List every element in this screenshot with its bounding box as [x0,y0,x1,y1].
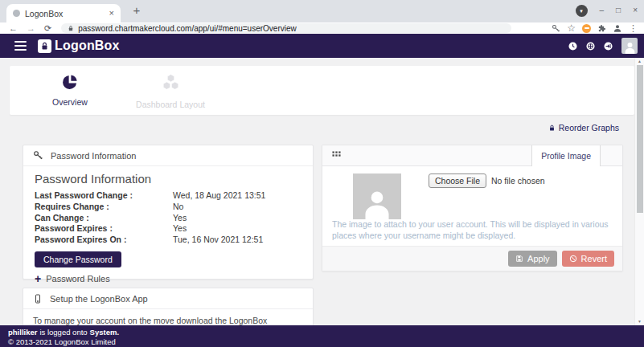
cubes-icon [161,73,181,93]
reorder-graphs-link[interactable]: Reorder Graphs [548,123,619,133]
tab-profile-image[interactable]: Profile Image [531,145,601,166]
extensions-puzzle-icon[interactable] [597,24,606,33]
https-lock-icon [68,25,74,32]
password-key-icon[interactable] [552,24,560,33]
password-rules-toggle[interactable]: + Password Rules [35,273,301,284]
tab-title: LogonBox [25,9,105,18]
panel-header: Setup the LogonBox App [23,288,313,309]
page-scrollbar[interactable]: ▲ ▼ [634,58,644,325]
info-row: Requires Change : No [35,202,301,213]
lock-icon [40,42,49,51]
info-row: Password Expires On : Tue, 16 Nov 2021 1… [35,235,301,246]
lock-icon [548,125,556,132]
logonbox-logo[interactable] [38,39,51,53]
tab-profile-image-label: Profile Image [541,151,591,161]
scroll-up-icon[interactable]: ▲ [635,59,644,63]
person-icon [623,40,637,54]
user-avatar[interactable] [621,38,638,54]
choose-file-button[interactable]: Choose File [429,174,486,188]
refresh-icon[interactable]: ⟳ [44,24,51,33]
info-row: Password Expires : Yes [35,223,301,235]
apply-label: Apply [527,254,550,263]
field-value: No [173,202,183,213]
field-label: Requires Change : [35,202,173,213]
panel-header: Profile Image [322,145,622,166]
forward-icon[interactable]: → [27,24,35,33]
password-rules-label: Password Rules [46,274,109,284]
key-icon [33,150,43,161]
copyright-text: © 2013-2021 LogonBox Limited [8,337,636,347]
footer-middle-text: is logged onto [39,328,87,337]
revert-button[interactable]: Revert [562,251,614,267]
url-text: password.chartmakercloud.com/app/ui/#men… [78,24,297,33]
favicon [13,10,20,17]
panel-footer: Apply Revert [322,246,622,271]
footer-system: System. [90,328,119,337]
dashboard-tab-card: Overview Dashboard Layout [10,66,634,115]
revert-label: Revert [581,254,607,263]
close-button[interactable]: × [633,6,638,14]
field-label: Last Password Change : [35,190,173,202]
profile-image-description: The image to attach to your user account… [332,219,612,241]
grid-drag-icon[interactable] [332,151,341,160]
field-value: Tue, 16 Nov 2021 12:51 [173,235,263,246]
field-value: Wed, 18 Aug 2021 13:51 [173,190,265,202]
tab-overview-label: Overview [38,97,102,107]
tab-overview[interactable]: Overview [38,73,102,107]
password-information-panel: Password Information Password Informatio… [23,145,314,280]
bookmark-star-icon[interactable]: ☆ [567,23,576,33]
profile-image-panel: Profile Image Choose File No file chosen… [322,145,623,271]
browser-tab-strip: LogonBox × + ▾ – □ × [0,0,644,22]
extension-badge-icon[interactable] [582,24,591,33]
field-label: Password Expires : [35,223,173,235]
field-label: Can Change : [35,213,173,224]
panel-header-label: Password Information [51,151,136,161]
field-value: Yes [173,223,187,235]
app-header: LogonBox [0,34,644,58]
change-password-button[interactable]: Change Password [35,251,121,267]
brand-name[interactable]: LogonBox [55,39,120,53]
profile-image-placeholder [353,174,401,219]
back-icon[interactable]: ← [9,24,18,33]
panel-header: Password Information [23,145,313,166]
browser-menu-icon[interactable]: ⋮ [629,24,638,33]
footer-username: philliker [8,328,37,337]
scroll-down-icon[interactable]: ▼ [635,320,644,324]
logged-on-text: phillikeris logged ontoSystem. [8,328,636,337]
apply-button[interactable]: Apply [508,251,557,267]
ban-icon [569,255,577,263]
mobile-phone-icon [33,294,43,304]
tab-dashboard-layout-label: Dashboard Layout [122,100,219,109]
app-footer: phillikeris logged ontoSystem. © 2013-20… [0,325,644,347]
minimize-button[interactable]: – [600,6,605,14]
sign-out-icon[interactable] [604,42,613,51]
tab-dashboard-layout[interactable]: Dashboard Layout [122,73,219,109]
hamburger-menu-icon[interactable] [14,41,27,51]
browser-tab[interactable]: LogonBox × [6,4,121,22]
address-bar[interactable]: password.chartmakercloud.com/app/ui/#men… [61,23,511,33]
new-tab-button[interactable]: + [129,3,145,17]
pie-chart-icon [61,73,79,91]
field-label: Password Expires On : [35,235,173,246]
save-icon [515,255,523,263]
plus-icon: + [35,273,41,284]
maximize-button[interactable]: □ [616,6,621,14]
panel-header-label: Setup the LogonBox App [50,294,148,304]
section-title: Password Information [35,172,301,186]
clock-icon[interactable] [568,42,577,51]
scrollbar-thumb[interactable] [637,65,643,213]
info-row: Can Change : Yes [35,213,301,224]
reorder-graphs-label: Reorder Graphs [559,123,619,133]
tab-close-icon[interactable]: × [109,9,114,18]
no-file-chosen-text: No file chosen [491,176,545,186]
info-row: Last Password Change : Wed, 18 Aug 2021 … [35,190,301,202]
field-value: Yes [173,213,187,224]
browser-toolbar: ← → ⟳ password.chartmakercloud.com/app/u… [0,22,644,34]
globe-icon[interactable] [586,42,595,51]
browser-profile-icon[interactable] [613,23,622,33]
chrome-profile-icon[interactable]: ▾ [576,5,588,17]
person-icon [360,186,394,219]
